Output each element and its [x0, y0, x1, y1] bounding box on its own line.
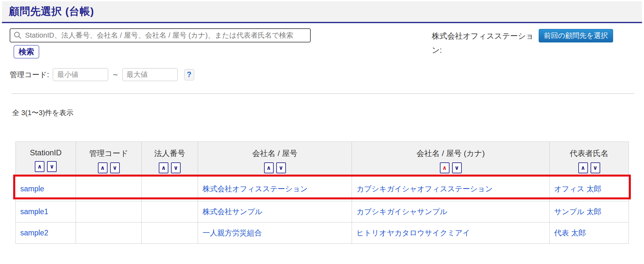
company-kana-cell: カブシキガイシャオフィスステーション: [352, 177, 550, 201]
header-row: StationID ∧ ∨ 管理コード ∧ ∨: [16, 142, 629, 177]
sort-buttons: ∧ ∨: [76, 162, 141, 173]
representative-cell: サンプル 太郎: [550, 201, 629, 223]
station-id-cell: sample2: [16, 223, 76, 244]
sort-asc-button[interactable]: ∧: [98, 162, 108, 173]
station-id-link[interactable]: sample2: [20, 229, 48, 237]
section-divider: [12, 93, 634, 94]
column-label: StationID: [16, 148, 75, 157]
sort-asc-button[interactable]: ∧: [264, 162, 274, 173]
management-code-cell: [76, 201, 142, 223]
corporate-number-cell: [142, 201, 198, 223]
company-name-cell: 株式会社オフィスステーション: [198, 177, 352, 201]
company-name-link[interactable]: 株式会社オフィスステーション: [203, 185, 308, 193]
company-kana-link[interactable]: ヒトリオヤカタロウサイクミアイ: [356, 229, 470, 237]
table-row: sample1 株式会社サンプル カブシキガイシャサンプル サンプル 太郎: [16, 201, 629, 223]
corporate-number-cell: [142, 223, 198, 244]
client-table: StationID ∧ ∨ 管理コード ∧ ∨: [15, 141, 629, 244]
page-header: 顧問先選択 (台帳): [2, 1, 642, 23]
representative-link[interactable]: 代表 太郎: [554, 229, 586, 237]
representative-link[interactable]: オフィス 太郎: [554, 185, 601, 193]
station-id-link[interactable]: sample1: [20, 207, 48, 216]
sort-asc-button-active[interactable]: ∧: [440, 162, 450, 173]
management-code-min-input[interactable]: [53, 68, 108, 81]
station-id-cell: sample1: [16, 201, 76, 223]
client-selection-page: 顧問先選択 (台帳) 検索 株式会社オフィスステーション: 前回の顧: [0, 1, 644, 244]
company-kana-cell: カブシキガイシャサンプル: [352, 201, 550, 223]
sort-desc-button[interactable]: ∨: [276, 162, 286, 173]
station-id-cell: sample: [16, 177, 76, 201]
page-title: 顧問先選択 (台帳): [9, 5, 94, 19]
sort-asc-button[interactable]: ∧: [578, 162, 588, 173]
column-label: 代表者氏名: [550, 148, 628, 159]
sort-desc-button[interactable]: ∨: [171, 162, 181, 173]
search-row: 検索 株式会社オフィスステーション: 前回の顧問先を選択: [10, 28, 634, 59]
sort-asc-button[interactable]: ∧: [159, 162, 168, 173]
sort-buttons: ∧ ∨: [198, 162, 351, 173]
management-code-cell: [76, 177, 142, 201]
sort-buttons: ∧ ∨: [352, 162, 549, 173]
management-code-cell: [76, 223, 142, 244]
table-row: sample2 一人親方労災組合 ヒトリオヤカタロウサイクミアイ 代表 太郎: [16, 223, 629, 244]
management-code-filter: 管理コード: ~ ?: [10, 68, 634, 81]
company-name-link[interactable]: 一人親方労災組合: [203, 229, 262, 237]
company-kana-cell: ヒトリオヤカタロウサイクミアイ: [352, 223, 550, 244]
sort-desc-button[interactable]: ∨: [452, 162, 462, 173]
company-name-cell: 株式会社サンプル: [198, 201, 352, 223]
representative-cell: 代表 太郎: [550, 223, 629, 244]
company-kana-link[interactable]: カブシキガイシャサンプル: [356, 207, 447, 216]
station-id-link[interactable]: sample: [20, 185, 44, 193]
column-header-corporate-number: 法人番号 ∧ ∨: [142, 142, 198, 177]
column-header-management-code: 管理コード ∧ ∨: [76, 142, 142, 177]
result-count: 全 3(1〜3)件を表示: [12, 108, 634, 118]
company-kana-link[interactable]: カブシキガイシャオフィスステーション: [356, 185, 493, 193]
column-label: 会社名 / 屋号 (カナ): [352, 148, 549, 159]
sort-buttons: ∧ ∨: [550, 162, 628, 173]
company-name-cell: 一人親方労災組合: [198, 223, 352, 244]
client-table-header: StationID ∧ ∨ 管理コード ∧ ∨: [16, 142, 629, 177]
previous-client-label: 株式会社オフィスステーション:: [432, 29, 534, 58]
sort-buttons: ∧ ∨: [142, 162, 197, 173]
client-table-wrap: StationID ∧ ∨ 管理コード ∧ ∨: [15, 141, 629, 244]
select-previous-client-button[interactable]: 前回の顧問先を選択: [539, 29, 613, 42]
column-label: 管理コード: [76, 148, 141, 159]
search-area: 検索: [10, 28, 312, 59]
column-label: 会社名 / 屋号: [198, 148, 351, 159]
search-button[interactable]: 検索: [14, 45, 39, 59]
search-icon: [14, 31, 22, 40]
column-header-representative: 代表者氏名 ∧ ∨: [550, 142, 629, 177]
column-header-station-id: StationID ∧ ∨: [16, 142, 76, 177]
representative-cell: オフィス 太郎: [550, 177, 629, 201]
column-header-company-kana: 会社名 / 屋号 (カナ) ∧ ∨: [352, 142, 550, 177]
table-row-selected: sample 株式会社オフィスステーション カブシキガイシャオフィスステーション…: [16, 177, 629, 201]
client-table-body: sample 株式会社オフィスステーション カブシキガイシャオフィスステーション…: [16, 177, 629, 244]
column-header-company-name: 会社名 / 屋号 ∧ ∨: [198, 142, 352, 177]
column-label: 法人番号: [142, 148, 197, 159]
search-box: [10, 28, 311, 42]
sort-asc-button[interactable]: ∧: [35, 161, 44, 172]
previous-client-area: 株式会社オフィスステーション: 前回の顧問先を選択: [432, 29, 613, 59]
management-code-label: 管理コード:: [10, 70, 49, 80]
main-content: 検索 株式会社オフィスステーション: 前回の顧問先を選択 管理コード: ~ ? …: [0, 28, 644, 244]
sort-desc-button[interactable]: ∨: [591, 162, 600, 173]
sort-desc-button[interactable]: ∨: [110, 162, 120, 173]
help-icon[interactable]: ?: [184, 69, 194, 80]
search-input[interactable]: [10, 28, 311, 42]
representative-link[interactable]: サンプル 太郎: [554, 207, 601, 216]
management-code-max-input[interactable]: [122, 68, 178, 81]
range-separator: ~: [113, 70, 118, 80]
sort-buttons: ∧ ∨: [16, 161, 75, 172]
corporate-number-cell: [142, 177, 198, 201]
company-name-link[interactable]: 株式会社サンプル: [203, 207, 262, 216]
sort-desc-button[interactable]: ∨: [47, 161, 57, 172]
